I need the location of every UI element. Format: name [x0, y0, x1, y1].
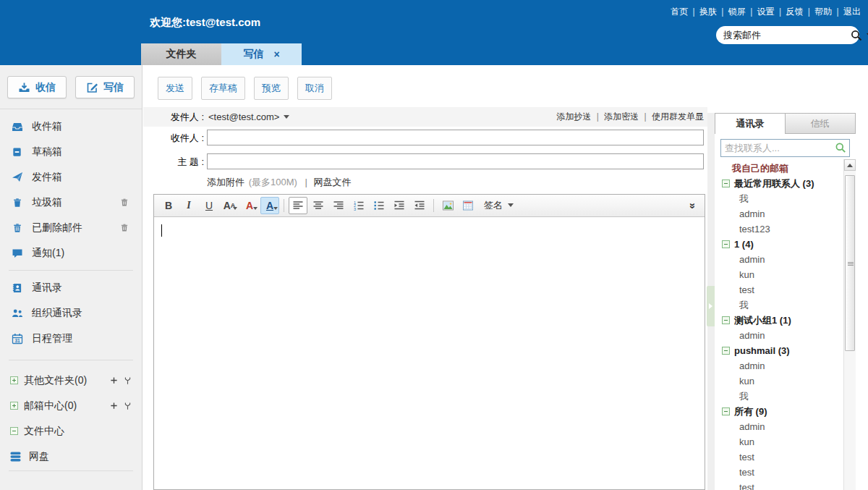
- manage-folder-icon[interactable]: [124, 402, 132, 410]
- cc-option-link[interactable]: 添加抄送: [556, 111, 591, 122]
- empty-trash-icon[interactable]: [120, 198, 129, 207]
- empty-trash-icon[interactable]: [120, 223, 129, 232]
- tab-contacts[interactable]: 通讯录: [715, 113, 786, 134]
- add-attachment-link[interactable]: 添加附件: [207, 177, 244, 187]
- contact-row[interactable]: admin: [715, 419, 843, 434]
- contact-row[interactable]: pushmail (3): [715, 343, 843, 358]
- contact-row[interactable]: admin: [715, 206, 843, 221]
- nav-link[interactable]: 退出: [832, 7, 861, 17]
- align-center-icon[interactable]: [309, 197, 328, 214]
- sidebar-item-drafts[interactable]: 草稿箱: [0, 139, 142, 164]
- signature-button[interactable]: 签名: [478, 197, 519, 214]
- contact-row[interactable]: admin: [715, 328, 843, 343]
- contact-search-icon[interactable]: [835, 142, 846, 153]
- more-tools-icon[interactable]: »: [686, 203, 699, 208]
- indent-icon[interactable]: [390, 197, 409, 214]
- editor-body[interactable]: [154, 217, 705, 490]
- nav-link[interactable]: 设置: [746, 7, 775, 17]
- sidebar-item-deleted[interactable]: 已删除邮件: [0, 215, 142, 240]
- font-size-icon[interactable]: AA: [220, 197, 239, 214]
- collapse-panel-handle[interactable]: [707, 286, 715, 326]
- contact-row[interactable]: 我: [715, 389, 843, 404]
- sidebar-item-schedule[interactable]: 31 日程管理: [0, 326, 142, 351]
- search-icon[interactable]: [851, 30, 862, 41]
- tree-collapse-icon[interactable]: [722, 240, 730, 248]
- compose-action-button[interactable]: 存草稿: [201, 77, 245, 100]
- ordered-list-icon[interactable]: 123: [349, 197, 368, 214]
- contact-row[interactable]: 我: [715, 297, 843, 313]
- cc-option-link[interactable]: 添加密送: [591, 111, 639, 122]
- compose-action-button[interactable]: 预览: [254, 77, 289, 100]
- contact-row[interactable]: test: [715, 465, 843, 480]
- tree-collapse-icon[interactable]: [722, 179, 730, 187]
- from-address-select[interactable]: <test@test.com>: [208, 111, 289, 122]
- sidebar-item-netdisk[interactable]: 网盘: [0, 444, 142, 469]
- nav-link[interactable]: 帮助: [803, 7, 832, 17]
- contact-row[interactable]: 所有 (9): [715, 404, 843, 419]
- nav-link[interactable]: 首页: [671, 7, 688, 17]
- contact-row[interactable]: admin: [715, 358, 843, 373]
- tab-folders[interactable]: 文件夹: [141, 43, 221, 65]
- netdisk-file-link[interactable]: 网盘文件: [313, 177, 351, 187]
- font-color-icon[interactable]: A: [240, 197, 259, 214]
- contact-search-input[interactable]: [720, 139, 850, 157]
- sidebar-item-inbox[interactable]: 收件箱: [0, 114, 142, 139]
- contacts-scrollbar[interactable]: [843, 159, 856, 490]
- contact-row[interactable]: kun: [715, 373, 843, 389]
- tab-stationery[interactable]: 信纸: [786, 113, 856, 134]
- sidebar-item-junk[interactable]: 垃圾箱: [0, 190, 142, 215]
- outdent-icon[interactable]: [410, 197, 429, 214]
- tab-compose[interactable]: 写信 ×: [221, 43, 302, 65]
- contact-row[interactable]: 1 (4): [715, 237, 843, 252]
- contact-row[interactable]: test: [715, 282, 843, 297]
- tree-collapse-icon[interactable]: [722, 407, 730, 415]
- contact-row[interactable]: test123: [715, 221, 843, 237]
- subject-input[interactable]: [207, 153, 704, 169]
- compose-action-button[interactable]: 发送: [158, 77, 192, 100]
- nav-link[interactable]: 锁屏: [717, 7, 746, 17]
- contact-row[interactable]: 测试小组1 (1): [715, 313, 843, 328]
- sidebar-item-mail-center[interactable]: 邮箱中心(0): [0, 393, 142, 418]
- cc-option-link[interactable]: 使用群发单显: [639, 111, 704, 122]
- compose-action-button[interactable]: 取消: [297, 77, 332, 100]
- italic-icon[interactable]: I: [179, 197, 198, 214]
- tab-close-icon[interactable]: ×: [273, 49, 279, 59]
- manage-folder-icon[interactable]: [124, 376, 132, 385]
- sidebar-item-org-contacts[interactable]: 组织通讯录: [0, 300, 142, 326]
- nav-link[interactable]: 反馈: [775, 7, 804, 17]
- insert-image-icon[interactable]: [438, 197, 457, 214]
- compose-mail-button[interactable]: 写信: [75, 76, 135, 98]
- align-left-icon[interactable]: [289, 197, 307, 214]
- tree-collapse-icon[interactable]: [722, 347, 730, 355]
- add-folder-icon[interactable]: [110, 402, 118, 410]
- bold-icon[interactable]: B: [159, 197, 178, 214]
- sidebar-item-other-folders[interactable]: 其他文件夹(0): [0, 368, 142, 393]
- bg-color-icon[interactable]: A: [260, 197, 279, 214]
- contact-row[interactable]: kun: [715, 434, 843, 449]
- unordered-list-icon[interactable]: [370, 197, 388, 214]
- nav-link[interactable]: 换肤: [688, 7, 717, 17]
- sidebar-item-file-center[interactable]: 文件中心: [0, 418, 142, 444]
- contact-row[interactable]: test: [715, 480, 843, 490]
- contact-row[interactable]: 我自己的邮箱: [715, 161, 843, 176]
- contact-row[interactable]: 最近常用联系人 (3): [715, 176, 843, 191]
- scroll-up-icon[interactable]: [844, 159, 856, 171]
- expand-plus-icon[interactable]: [10, 402, 18, 410]
- add-folder-icon[interactable]: [110, 376, 118, 384]
- tree-collapse-icon[interactable]: [722, 316, 730, 324]
- scrollbar-thumb[interactable]: [845, 175, 855, 351]
- receive-mail-button[interactable]: 收信: [7, 76, 67, 98]
- insert-table-icon[interactable]: [459, 197, 477, 214]
- align-right-icon[interactable]: [329, 197, 348, 214]
- mail-search-input[interactable]: [723, 30, 851, 41]
- sidebar-item-contacts[interactable]: 通讯录: [0, 275, 142, 300]
- contact-row[interactable]: test: [715, 449, 843, 465]
- collapse-minus-icon[interactable]: [10, 427, 18, 435]
- to-input[interactable]: [207, 130, 704, 145]
- sidebar-item-notice[interactable]: 通知(1): [0, 240, 142, 266]
- contact-row[interactable]: 我: [715, 191, 843, 206]
- contact-row[interactable]: admin: [715, 252, 843, 267]
- contact-row[interactable]: kun: [715, 267, 843, 282]
- sidebar-item-sent[interactable]: 发件箱: [0, 164, 142, 190]
- underline-icon[interactable]: U: [200, 197, 218, 214]
